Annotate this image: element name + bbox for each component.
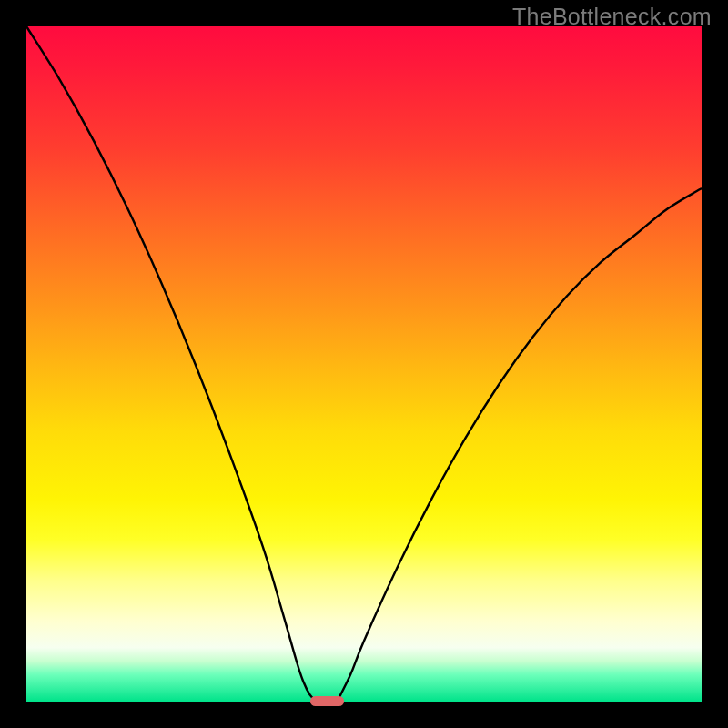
curves-svg [26,26,702,702]
bottleneck-marker [310,696,344,706]
curve-left [26,26,317,702]
watermark-text: TheBottleneck.com [512,4,712,30]
curve-right [337,188,702,702]
plot-area [26,26,702,702]
chart-frame: TheBottleneck.com [0,0,728,728]
